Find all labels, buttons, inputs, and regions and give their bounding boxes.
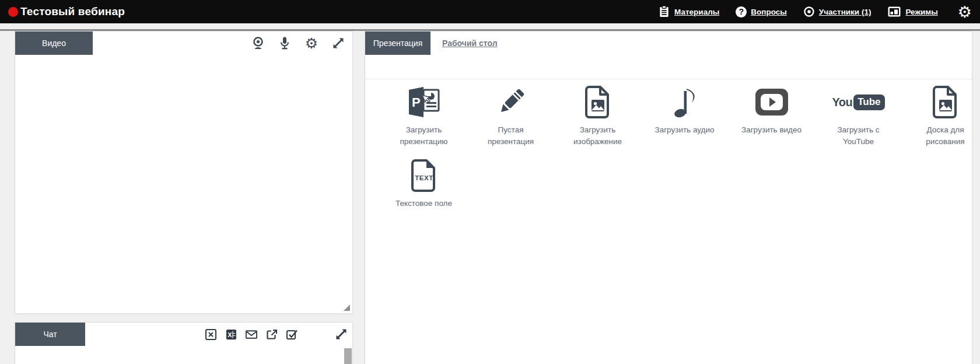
item-blank-presentation[interactable]: Пустая презентация: [467, 83, 554, 147]
video-expand-icon[interactable]: [331, 36, 345, 50]
chat-scrollbar[interactable]: [344, 348, 352, 364]
open-external-icon[interactable]: [265, 328, 278, 341]
youtube-icon: You Tube: [832, 83, 884, 121]
svg-text:TEXT: TEXT: [415, 174, 433, 181]
menu-item-questions[interactable]: ? Вопросы: [736, 6, 787, 18]
menu-item-modes[interactable]: Режимы: [887, 5, 937, 18]
item-label: Загрузить видео: [741, 124, 802, 136]
content-divider: [365, 79, 972, 79]
item-upload-video[interactable]: Загрузить видео: [728, 83, 815, 147]
item-upload-youtube[interactable]: You Tube Загрузить с YouTube: [815, 83, 902, 147]
resize-handle-icon[interactable]: [344, 304, 350, 311]
youtube-you-text: You: [832, 96, 852, 109]
microphone-icon[interactable]: [278, 36, 292, 50]
tab-chat[interactable]: Чат: [15, 323, 85, 346]
item-label: Загрузить изображение: [562, 124, 634, 147]
powerpoint-file-icon: P: [406, 83, 442, 121]
export-excel-icon[interactable]: X: [225, 328, 237, 341]
chat-header-icons: X: [204, 328, 299, 341]
text-file-icon: TEXT: [410, 156, 438, 195]
music-note-icon: [671, 83, 698, 121]
svg-text:X: X: [228, 331, 232, 338]
item-label: Пустая презентация: [475, 124, 547, 147]
webinar-title: Тестовый вебинар: [20, 5, 125, 18]
image-file-icon: [932, 83, 960, 121]
menu-label-materials: Материалы: [674, 8, 719, 16]
chat-panel-header: Чат X: [15, 323, 352, 346]
participants-eye-icon: [803, 6, 815, 18]
chat-tab-label: Чат: [43, 330, 57, 339]
item-label: Доска для рисования: [909, 124, 980, 147]
poll-check-icon[interactable]: [286, 328, 299, 341]
chat-messages-area: [15, 346, 352, 364]
video-settings-gear-icon[interactable]: ⚙: [304, 36, 318, 50]
video-display-area: [15, 55, 352, 313]
clear-chat-icon[interactable]: [204, 328, 217, 341]
settings-gear-icon[interactable]: ⚙: [958, 4, 972, 20]
questions-icon: ?: [736, 6, 747, 18]
tab-desktop[interactable]: Рабочий стол: [442, 38, 498, 48]
presentation-panel: Презентация Рабочий стол P Загрузить пре…: [365, 31, 972, 364]
chat-expand-icon[interactable]: [335, 328, 348, 341]
presentation-tab-label: Презентация: [373, 38, 423, 48]
webcam-icon[interactable]: [251, 36, 265, 50]
image-file-icon: [584, 83, 612, 121]
video-panel-header: Видео ⚙: [15, 32, 352, 55]
item-upload-image[interactable]: Загрузить изображение: [554, 83, 641, 147]
menu-item-materials[interactable]: Материалы: [658, 5, 719, 18]
item-label: Загрузить презентацию: [388, 124, 460, 147]
modes-layout-icon: [887, 5, 901, 18]
video-player-icon: [755, 83, 789, 121]
video-panel: Видео ⚙: [15, 31, 353, 314]
recording-dot-icon: [8, 7, 18, 17]
menu-item-participants[interactable]: Участники (1): [803, 6, 872, 18]
video-tab-label: Видео: [42, 38, 66, 48]
email-chat-icon[interactable]: [245, 328, 258, 341]
chat-panel: Чат X: [15, 322, 353, 364]
item-drawing-board[interactable]: Доска для рисования: [902, 83, 980, 147]
topbar-menu: Материалы ? Вопросы Участники (1): [658, 4, 972, 20]
svg-text:P: P: [412, 95, 421, 110]
tab-presentation[interactable]: Презентация: [365, 32, 430, 55]
video-header-icons: ⚙: [251, 36, 352, 50]
item-label: Текстовое поле: [396, 198, 452, 209]
item-label: Загрузить аудио: [655, 124, 715, 136]
menu-label-modes: Режимы: [905, 8, 937, 16]
presentation-tabs: Презентация Рабочий стол: [365, 32, 972, 55]
item-label: Загрузить с YouTube: [822, 124, 895, 147]
item-upload-presentation[interactable]: P Загрузить презентацию: [380, 83, 467, 147]
item-text-field[interactable]: TEXT Текстовое поле: [380, 156, 467, 209]
item-upload-audio[interactable]: Загрузить аудио: [641, 83, 728, 147]
youtube-tube-text: Tube: [853, 94, 884, 110]
pencil-icon: [494, 83, 528, 121]
topbar: Тестовый вебинар Материалы ? Вопросы: [0, 0, 980, 23]
materials-clipboard-icon: [658, 5, 670, 18]
tab-video[interactable]: Видео: [15, 32, 93, 55]
menu-label-questions: Вопросы: [751, 8, 787, 16]
menu-label-participants: Участники (1): [819, 8, 872, 16]
content-source-grid: P Загрузить презентацию Пустая презента: [380, 83, 980, 209]
